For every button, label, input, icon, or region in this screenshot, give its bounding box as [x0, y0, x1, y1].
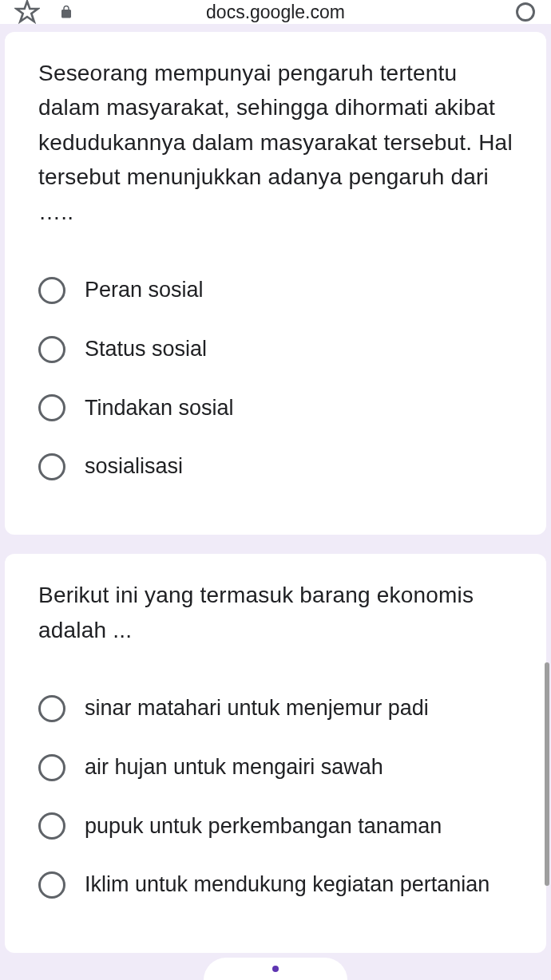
option-label: pupuk untuk perkembangan tanaman: [85, 812, 442, 842]
option-label: Peran sosial: [85, 275, 204, 306]
option-row[interactable]: Status sosial: [38, 320, 513, 379]
option-row[interactable]: sosialisasi: [38, 437, 513, 496]
option-row[interactable]: Tindakan sosial: [38, 379, 513, 438]
radio-button[interactable]: [38, 277, 65, 304]
option-label: Iklim untuk mendukung kegiatan pertanian: [85, 870, 490, 900]
radio-button[interactable]: [38, 812, 65, 840]
browser-bar: docs.google.com: [0, 0, 551, 24]
question-text: Berikut ini yang termasuk barang ekonomi…: [38, 578, 513, 647]
radio-button[interactable]: [38, 871, 65, 899]
radio-button[interactable]: [38, 394, 65, 421]
url-text[interactable]: docs.google.com: [206, 2, 345, 23]
browser-left-controls: [14, 0, 73, 25]
radio-button[interactable]: [38, 336, 65, 363]
radio-button[interactable]: [38, 695, 65, 722]
option-label: sosialisasi: [85, 452, 183, 482]
option-label: sinar matahari untuk menjemur padi: [85, 694, 429, 724]
question-text: Seseorang mempunyai pengaruh tertentu da…: [38, 56, 513, 229]
option-row[interactable]: air hujan untuk mengairi sawah: [38, 738, 513, 797]
content-area: Seseorang mempunyai pengaruh tertentu da…: [0, 24, 551, 953]
option-row[interactable]: Peran sosial: [38, 261, 513, 320]
indicator-dot: [272, 966, 279, 972]
option-row[interactable]: sinar matahari untuk menjemur padi: [38, 679, 513, 738]
option-label: Tindakan sosial: [85, 393, 234, 424]
question-card-1: Seseorang mempunyai pengaruh tertentu da…: [5, 32, 546, 535]
radio-button[interactable]: [38, 453, 65, 480]
option-label: Status sosial: [85, 334, 207, 365]
option-label: air hujan untuk mengairi sawah: [85, 753, 383, 783]
radio-button[interactable]: [38, 754, 65, 781]
svg-point-0: [517, 4, 534, 21]
option-row[interactable]: Iklim untuk mendukung kegiatan pertanian: [38, 856, 513, 915]
scrollbar[interactable]: [545, 662, 549, 886]
star-icon[interactable]: [14, 0, 40, 25]
lock-icon: [59, 5, 73, 19]
option-row[interactable]: pupuk untuk perkembangan tanaman: [38, 797, 513, 856]
bottom-indicator: [204, 958, 347, 980]
question-card-2: Berikut ini yang termasuk barang ekonomi…: [5, 554, 546, 953]
refresh-icon[interactable]: [514, 1, 537, 23]
